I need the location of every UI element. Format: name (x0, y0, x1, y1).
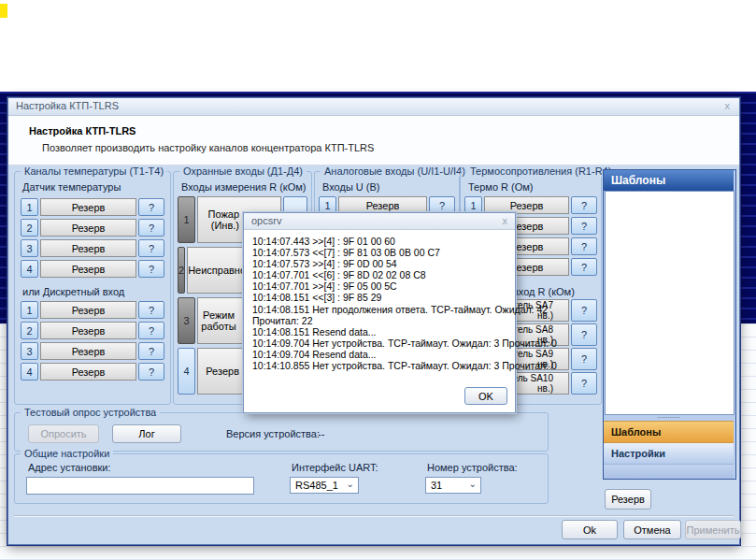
window-titlebar[interactable]: Настройка КТП-TLRS x (8, 98, 739, 116)
device-number-select[interactable]: 31 ⌄ (425, 477, 481, 494)
channel-number-button[interactable]: 1 (21, 198, 38, 216)
channel-assignment-button[interactable]: Резерв (40, 363, 136, 381)
group-title: Тестовый опрос устройства (21, 407, 160, 418)
opcsrv-log: 10:14:07.443 >>[4] : 9F 01 00 60 10:14:0… (252, 236, 508, 371)
panel-filler (604, 465, 734, 479)
reserve-button[interactable]: Резерв (605, 489, 651, 510)
temp-row: 4 Резерв ? (21, 260, 164, 278)
group-test-poll: Тестовый опрос устройства Опросить Лог В… (14, 412, 549, 452)
opcsrv-title: opcsrv (251, 215, 281, 226)
poll-button[interactable]: Опросить (28, 424, 99, 443)
log-line: 10:14:07.443 >>[4] : 9F 01 00 60 (252, 236, 508, 247)
help-button[interactable]: ? (571, 348, 597, 370)
temp-row: 3 Резерв ? (21, 239, 164, 257)
cancel-button[interactable]: Отмена (623, 520, 681, 539)
help-button[interactable]: ? (571, 196, 597, 214)
channel-assignment-button[interactable]: Резерв (40, 198, 136, 216)
channel-number-button[interactable]: 4 (178, 348, 195, 395)
channel-assignment-button[interactable]: Резерв (40, 342, 136, 360)
log-line: Прочитал: 22 (252, 315, 508, 326)
log-line: 10:14:08.151 Нет продолжения ответа. TCP… (252, 304, 508, 315)
device-version-value: -- (318, 428, 324, 439)
section-label: Термо R (Ом) (468, 181, 534, 193)
section-label: Датчик температуры (22, 181, 121, 193)
channel-assignment-button[interactable]: Резерв (40, 260, 136, 278)
help-button[interactable]: ? (571, 372, 597, 395)
group-title: Аналоговые входы (U/I1-U/I4) (321, 165, 469, 177)
help-button[interactable]: ? (138, 219, 164, 237)
group-title: Общие настройки (21, 448, 113, 459)
device-version-label: Версия устройства: (226, 428, 320, 439)
help-button[interactable]: ? (138, 342, 164, 360)
group-title: Термосопротивления (R1-R4) (466, 165, 615, 177)
templates-list[interactable] (605, 191, 735, 415)
address-input[interactable] (26, 477, 254, 495)
channel-number-button[interactable]: 1 (21, 301, 38, 319)
page-subtitle: Позволяет производить настройку каналов … (42, 142, 374, 153)
help-button[interactable]: ? (138, 363, 164, 381)
apply-button[interactable]: Применить (685, 520, 741, 539)
ok-button[interactable]: Ok (562, 520, 618, 539)
channel-assignment-button[interactable]: Резерв (40, 322, 136, 339)
log-line: 10:14:08.151 <<[3] : 9F 85 29 (252, 292, 508, 303)
log-button[interactable]: Лог (112, 424, 181, 443)
window-header: Настройка КТП-TLRS Позволяет производить… (8, 116, 739, 165)
log-line: 10:14:09.704 Resend data... (252, 349, 508, 360)
temp-row: 1 Резерв ? (21, 198, 164, 216)
opcsrv-ok-button[interactable]: OK (464, 387, 507, 405)
device-number-label: Номер устройства: (427, 462, 518, 473)
window-title: Настройка КТП-TLRS (16, 100, 119, 111)
channel-number-button[interactable]: 3 (178, 297, 195, 344)
uart-select[interactable]: RS485_1 ⌄ (290, 477, 359, 494)
help-button[interactable]: ? (138, 301, 164, 319)
panel-splitter[interactable]: ........... (604, 413, 734, 421)
assignment-line: Режим работы (198, 309, 239, 332)
temp-row: 2 Резерв ? (21, 219, 164, 237)
channel-number-button[interactable]: 4 (21, 363, 38, 381)
section-label: вход R (кОм) (513, 286, 575, 297)
help-button[interactable]: ? (138, 198, 164, 216)
panel-nav-templates[interactable]: Шаблоны (604, 421, 734, 443)
page-title: Настройка КТП-TLRS (29, 125, 136, 136)
channel-number-button[interactable]: 2 (178, 247, 185, 294)
channel-number-button[interactable]: 3 (21, 342, 38, 360)
channel-number-button[interactable]: 2 (21, 219, 38, 237)
close-icon[interactable]: x (503, 215, 508, 226)
templates-panel: Шаблоны ........... Шаблоны Настройки (603, 169, 736, 480)
help-button[interactable]: ? (571, 323, 597, 346)
panel-nav-settings[interactable]: Настройки (604, 443, 734, 465)
templates-panel-header: Шаблоны (604, 170, 734, 191)
log-line: 10:14:09.704 Нет устройства. TCP-таймаут… (252, 337, 508, 349)
help-button[interactable]: ? (138, 260, 164, 278)
channel-assignment-button[interactable]: Резерв (40, 239, 136, 257)
help-button[interactable]: ? (138, 322, 164, 339)
yellow-marker (0, 4, 7, 18)
log-line: 10:14:07.701 >>[4] : 9F 05 00 5C (252, 280, 508, 292)
assignment-line: нв.) (537, 383, 553, 394)
section-label: или Дискретный вход (22, 286, 124, 297)
help-button[interactable]: ? (571, 299, 597, 322)
discrete-row: 4 Резерв ? (21, 363, 164, 381)
close-icon[interactable]: x (725, 100, 731, 111)
channel-number-button[interactable]: 2 (21, 322, 38, 339)
help-button[interactable]: ? (571, 258, 597, 276)
opcsrv-titlebar[interactable]: opcsrv x (244, 213, 515, 230)
uart-label: Интерфейс UART: (292, 462, 378, 473)
opcsrv-dialog: opcsrv x 10:14:07.443 >>[4] : 9F 01 00 6… (243, 212, 516, 413)
channel-number-button[interactable]: 3 (21, 239, 38, 257)
uart-value: RS485_1 (295, 480, 338, 491)
log-line: 10:14:07.573 <<[7] : 9F 81 03 0B 0B 00 C… (252, 247, 508, 258)
screen: Настройка КТП-TLRS x Настройка КТП-TLRS … (0, 0, 756, 560)
channel-assignment-button[interactable]: Резерв (40, 219, 136, 237)
channel-number-button[interactable]: 4 (21, 260, 38, 278)
help-button[interactable]: ? (571, 237, 597, 255)
channel-number-button[interactable]: 1 (178, 196, 195, 243)
assignment-line: Резерв (206, 366, 239, 377)
group-title: Каналы температуры (Т1-Т4) (21, 165, 167, 177)
help-button[interactable]: ? (571, 217, 597, 235)
help-button[interactable]: ? (138, 239, 164, 257)
footer-divider (14, 515, 734, 517)
group-general-settings: Общие настройки Адрес установки: Интерфе… (14, 453, 549, 504)
device-number-value: 31 (431, 480, 442, 491)
channel-assignment-button[interactable]: Резерв (40, 301, 136, 319)
